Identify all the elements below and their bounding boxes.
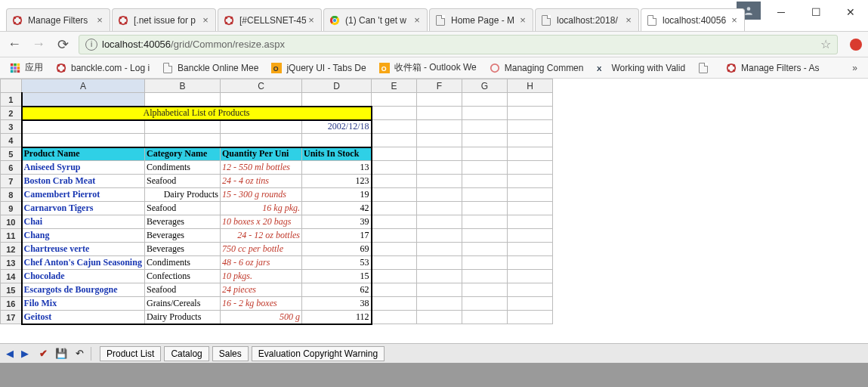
cell[interactable]: [462, 107, 508, 120]
product-name-cell[interactable]: Chartreuse verte: [22, 243, 145, 256]
cell[interactable]: [221, 93, 302, 107]
row-header[interactable]: 5: [1, 147, 22, 161]
cell[interactable]: [22, 134, 145, 147]
bookmark-item[interactable]: Managing Commen: [484, 60, 588, 76]
stock-cell[interactable]: 69: [302, 243, 372, 256]
url-input[interactable]: i localhost:40056/grid/Common/resize.asp…: [79, 35, 838, 54]
cell[interactable]: [417, 311, 462, 324]
cell[interactable]: [417, 256, 462, 270]
cell[interactable]: [462, 256, 508, 270]
column-header[interactable]: A: [22, 79, 145, 93]
row-header[interactable]: 12: [1, 243, 22, 256]
cell[interactable]: [417, 297, 462, 311]
back-button[interactable]: ←: [6, 36, 23, 53]
cell[interactable]: [372, 270, 417, 283]
tab-close-icon[interactable]: ×: [623, 15, 634, 26]
select-all-corner[interactable]: [1, 79, 22, 93]
row-header[interactable]: 17: [1, 311, 22, 324]
cell[interactable]: [372, 93, 417, 107]
cell[interactable]: [462, 297, 508, 311]
close-window-button[interactable]: ✕: [833, 2, 868, 23]
cell[interactable]: [372, 134, 417, 147]
cell[interactable]: [508, 243, 553, 256]
column-header[interactable]: F: [417, 79, 462, 93]
commit-button[interactable]: ✔: [36, 347, 50, 361]
column-header[interactable]: D: [302, 79, 372, 93]
product-name-cell[interactable]: Chang: [22, 229, 145, 243]
quantity-cell[interactable]: 10 boxes x 20 bags: [221, 215, 302, 229]
bookmarks-overflow[interactable]: »: [846, 63, 863, 73]
cell[interactable]: [145, 134, 221, 147]
cell[interactable]: [462, 311, 508, 324]
tab-close-icon[interactable]: ×: [94, 15, 105, 26]
cell[interactable]: [462, 229, 508, 243]
cell[interactable]: [508, 311, 553, 324]
category-cell[interactable]: Seafood: [145, 175, 221, 188]
sheet-tab[interactable]: Catalog: [164, 346, 209, 361]
row-header[interactable]: 14: [1, 270, 22, 283]
cell[interactable]: [221, 134, 302, 147]
column-header[interactable]: B: [145, 79, 221, 93]
cell[interactable]: [508, 120, 553, 134]
category-cell[interactable]: Beverages: [145, 243, 221, 256]
cell[interactable]: [462, 147, 508, 161]
quantity-cell[interactable]: 24 - 12 oz bottles: [221, 229, 302, 243]
tab-close-icon[interactable]: ×: [200, 15, 211, 26]
stock-cell[interactable]: 62: [302, 283, 372, 297]
bookmark-star-icon[interactable]: ☆: [820, 37, 831, 51]
category-cell[interactable]: Beverages: [145, 229, 221, 243]
row-header[interactable]: 16: [1, 297, 22, 311]
product-name-cell[interactable]: Escargots de Bourgogne: [22, 283, 145, 297]
row-header[interactable]: 9: [1, 202, 22, 215]
cell[interactable]: [508, 283, 553, 297]
category-cell[interactable]: Seafood: [145, 283, 221, 297]
sheet-tab[interactable]: Product List: [100, 346, 161, 361]
cell[interactable]: [417, 107, 462, 120]
cell[interactable]: [462, 188, 508, 202]
category-cell[interactable]: Grains/Cereals: [145, 297, 221, 311]
header-cell[interactable]: Units In Stock: [302, 147, 372, 161]
cell[interactable]: [372, 120, 417, 134]
cell[interactable]: [462, 215, 508, 229]
category-cell[interactable]: Beverages: [145, 215, 221, 229]
cell[interactable]: [417, 134, 462, 147]
tab-close-icon[interactable]: ×: [412, 15, 422, 26]
row-header[interactable]: 3: [1, 120, 22, 134]
quantity-cell[interactable]: 48 - 6 oz jars: [221, 256, 302, 270]
cell[interactable]: [508, 229, 553, 243]
cell[interactable]: [462, 243, 508, 256]
browser-tab[interactable]: localhost:2018/×: [535, 8, 639, 31]
row-header[interactable]: 8: [1, 188, 22, 202]
product-name-cell[interactable]: Aniseed Syrup: [22, 161, 145, 175]
cell[interactable]: [462, 270, 508, 283]
forward-button[interactable]: →: [30, 36, 47, 53]
cell[interactable]: [417, 120, 462, 134]
cell[interactable]: [372, 188, 417, 202]
cell[interactable]: [372, 297, 417, 311]
stock-cell[interactable]: 39: [302, 215, 372, 229]
bookmark-item[interactable]: banckle.com - Log i: [51, 60, 154, 76]
cell[interactable]: [372, 215, 417, 229]
minimize-button[interactable]: ─: [764, 2, 798, 23]
stock-cell[interactable]: 112: [302, 311, 372, 324]
stock-cell[interactable]: 123: [302, 175, 372, 188]
title-cell[interactable]: Alphabetical List of Products: [22, 107, 372, 120]
product-name-cell[interactable]: Geitost: [22, 311, 145, 324]
cell[interactable]: [145, 120, 221, 134]
apps-button[interactable]: 应用: [5, 60, 48, 76]
cell[interactable]: [508, 107, 553, 120]
browser-tab[interactable]: Manage Filters×: [6, 8, 110, 31]
cell[interactable]: [372, 311, 417, 324]
category-cell[interactable]: Condiments: [145, 256, 221, 270]
cell[interactable]: [508, 215, 553, 229]
row-header[interactable]: 15: [1, 283, 22, 297]
cell[interactable]: [417, 147, 462, 161]
cell[interactable]: [372, 147, 417, 161]
cell[interactable]: [372, 229, 417, 243]
cell[interactable]: [145, 93, 221, 107]
product-name-cell[interactable]: Boston Crab Meat: [22, 175, 145, 188]
cell[interactable]: [417, 188, 462, 202]
tab-close-icon[interactable]: ×: [517, 15, 528, 26]
cell[interactable]: [417, 270, 462, 283]
cell[interactable]: [22, 120, 145, 134]
